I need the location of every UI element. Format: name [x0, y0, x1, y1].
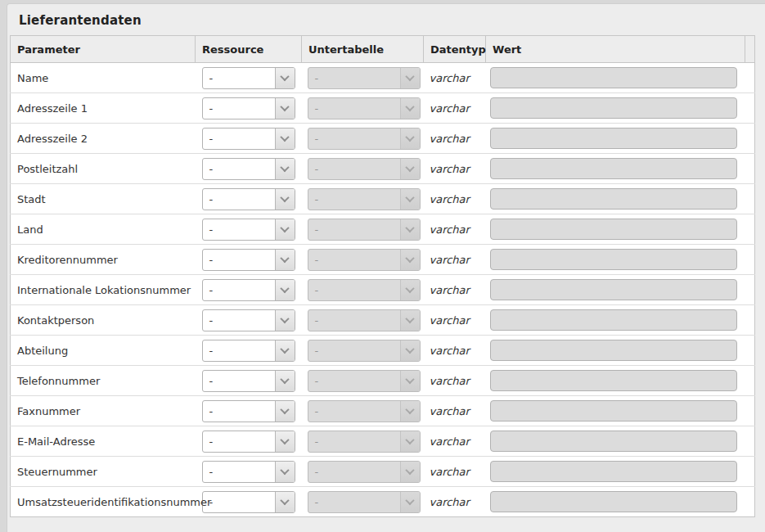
row-spacer	[745, 487, 755, 517]
chevron-down-icon	[275, 462, 295, 482]
row-spacer	[745, 426, 755, 457]
ressource-select-value: -	[203, 375, 275, 387]
chevron-down-icon	[275, 492, 295, 512]
untertabelle-select: -	[308, 249, 421, 271]
untertabelle-select: -	[308, 340, 421, 362]
ressource-select[interactable]: -	[202, 431, 295, 453]
ressource-select[interactable]: -	[202, 400, 295, 422]
untertabelle-select: -	[308, 219, 421, 241]
chevron-down-icon	[275, 371, 295, 391]
ressource-select[interactable]: -	[202, 309, 295, 331]
parameter-label: Abteilung	[17, 345, 68, 357]
table-row: Steuernummer - - varchar	[11, 457, 755, 487]
table-row: Kontaktperson - - varchar	[11, 305, 755, 336]
wert-input	[490, 400, 737, 422]
untertabelle-select: -	[308, 400, 421, 422]
parameter-label: Kontaktperson	[17, 314, 94, 327]
wert-input	[490, 188, 737, 210]
row-spacer	[745, 184, 755, 214]
untertabelle-select-value: -	[308, 133, 400, 145]
untertabelle-select-value: -	[308, 254, 400, 266]
ressource-select[interactable]: -	[202, 491, 295, 513]
ressource-select-value: -	[203, 254, 275, 266]
parameter-label: Umsatzsteueridentifikationsnummer	[17, 496, 211, 508]
ressource-select-value: -	[203, 72, 275, 84]
ressource-select[interactable]: -	[202, 370, 295, 392]
untertabelle-select: -	[308, 309, 421, 331]
untertabelle-select: -	[308, 67, 421, 89]
datentyp-label: varchar	[430, 314, 470, 327]
chevron-down-icon	[400, 492, 420, 512]
parameter-label: Steuernummer	[17, 466, 97, 478]
row-spacer	[745, 245, 755, 275]
untertabelle-select-value: -	[308, 466, 400, 478]
untertabelle-select-value: -	[308, 193, 400, 205]
untertabelle-select: -	[308, 431, 421, 453]
table-row: Postleitzahl - - varchar	[11, 154, 755, 184]
parameter-label: Internationale Lokationsnummer	[17, 284, 191, 296]
chevron-down-icon	[275, 340, 295, 361]
untertabelle-select: -	[308, 128, 421, 150]
wert-input	[490, 309, 737, 331]
chevron-down-icon	[275, 159, 295, 179]
chevron-down-icon	[400, 219, 420, 240]
chevron-down-icon	[400, 68, 420, 88]
row-spacer	[745, 63, 755, 93]
wert-input	[490, 67, 737, 88]
parameter-label: Faxnummer	[17, 405, 80, 417]
table-row: Kreditorennummer - - varchar	[11, 245, 755, 275]
chevron-down-icon	[400, 159, 420, 179]
datentyp-label: varchar	[430, 435, 470, 448]
parameter-label: Postleitzahl	[17, 163, 78, 175]
parameter-label: Adresszeile 2	[17, 133, 88, 145]
untertabelle-select: -	[308, 97, 421, 119]
chevron-down-icon	[275, 128, 295, 149]
ressource-select[interactable]: -	[202, 128, 295, 150]
ressource-select-value: -	[203, 345, 275, 357]
ressource-select-value: -	[203, 223, 275, 236]
datentyp-label: varchar	[430, 405, 470, 417]
ressource-select[interactable]: -	[202, 67, 295, 89]
parameter-label: Name	[17, 72, 48, 84]
chevron-down-icon	[400, 98, 420, 119]
ressource-select-value: -	[203, 163, 275, 175]
parameter-label: Adresszeile 1	[17, 102, 88, 115]
ressource-select[interactable]: -	[202, 340, 295, 362]
ressource-select[interactable]: -	[202, 461, 295, 483]
ressource-select[interactable]: -	[202, 97, 295, 119]
chevron-down-icon	[275, 310, 295, 331]
untertabelle-select-value: -	[308, 223, 400, 236]
wert-input	[490, 97, 737, 119]
untertabelle-select-value: -	[308, 102, 400, 115]
datentyp-label: varchar	[430, 466, 470, 478]
ressource-select-value: -	[203, 405, 275, 417]
row-spacer	[745, 366, 755, 396]
chevron-down-icon	[275, 189, 295, 210]
ressource-select[interactable]: -	[202, 188, 295, 210]
ressource-select[interactable]: -	[202, 279, 295, 301]
table-row: Stadt - - varchar	[11, 184, 755, 214]
column-header-spacer	[745, 36, 755, 63]
chevron-down-icon	[275, 219, 295, 240]
ressource-select[interactable]: -	[202, 249, 295, 271]
panel-title: Lieferantendaten	[7, 4, 765, 35]
table-row: Name - - varchar	[11, 63, 755, 93]
wert-input	[490, 158, 737, 179]
chevron-down-icon	[400, 401, 420, 422]
datentyp-label: varchar	[430, 163, 470, 175]
ressource-select-value: -	[203, 435, 275, 448]
datentyp-label: varchar	[430, 496, 470, 508]
ressource-select[interactable]: -	[202, 158, 295, 180]
ressource-select[interactable]: -	[202, 219, 295, 241]
lieferantendaten-panel: Lieferantendaten Parameter Ressource Unt…	[7, 3, 765, 532]
chevron-down-icon	[400, 128, 420, 149]
table-row: Telefonnummer - - varchar	[11, 366, 755, 396]
row-spacer	[745, 214, 755, 245]
chevron-down-icon	[400, 280, 420, 300]
ressource-select-value: -	[203, 133, 275, 145]
wert-input	[490, 340, 737, 361]
untertabelle-select: -	[308, 491, 421, 513]
ressource-select-value: -	[203, 314, 275, 327]
ressource-select-value: -	[203, 496, 275, 508]
chevron-down-icon	[275, 98, 295, 119]
